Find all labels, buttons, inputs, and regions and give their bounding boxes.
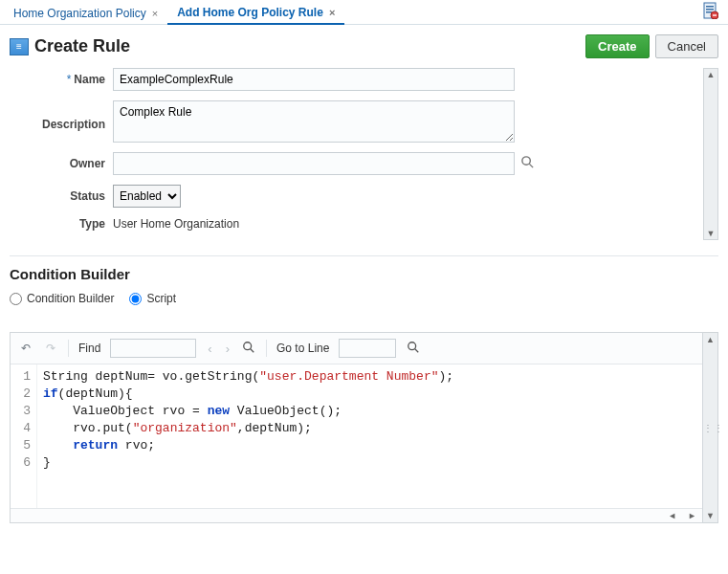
find-input[interactable] — [110, 339, 196, 358]
line-gutter: 123456 — [11, 364, 37, 508]
svg-line-7 — [529, 164, 533, 167]
goto-input[interactable] — [339, 339, 396, 358]
status-select[interactable]: Enabled — [113, 185, 181, 208]
tab-add-rule[interactable]: Add Home Org Policy Rule × — [167, 2, 344, 25]
form-scrollbar[interactable]: ▲▼ — [703, 68, 718, 240]
svg-line-9 — [251, 348, 254, 352]
script-editor: ↶ ↷ Find ‹ › Go to Line 123456 Strin — [10, 332, 703, 523]
owner-input[interactable] — [113, 152, 515, 175]
description-input[interactable]: Complex Rule — [113, 100, 515, 143]
document-icon[interactable] — [703, 2, 718, 19]
radio-input[interactable] — [129, 293, 142, 305]
editor-v-scrollbar[interactable]: ▲ ⋮⋮ ▼ — [703, 332, 718, 523]
svg-point-10 — [408, 342, 416, 349]
svg-rect-5 — [713, 14, 717, 15]
svg-point-6 — [522, 157, 530, 165]
svg-rect-2 — [706, 9, 714, 11]
editor-h-scrollbar[interactable]: ◄► — [11, 508, 702, 522]
search-icon[interactable] — [241, 341, 256, 357]
find-label: Find — [78, 342, 100, 355]
tab-home-org-policy[interactable]: Home Organization Policy × — [4, 3, 167, 24]
name-input[interactable] — [113, 68, 515, 91]
tab-label: Add Home Org Policy Rule — [177, 6, 323, 19]
find-next-icon[interactable]: › — [224, 342, 232, 356]
page-title: Create Rule — [34, 36, 130, 56]
create-button[interactable]: Create — [585, 34, 649, 58]
goto-label: Go to Line — [276, 342, 329, 355]
name-label: Name — [74, 73, 105, 86]
svg-rect-3 — [706, 11, 712, 13]
header: ≡ Create Rule Create Cancel — [10, 33, 718, 64]
find-prev-icon[interactable]: ‹ — [206, 342, 213, 356]
redo-icon[interactable]: ↷ — [43, 342, 58, 355]
code-content[interactable]: String deptNum= vo.getString("user.Depar… — [37, 364, 702, 508]
close-icon[interactable]: × — [152, 8, 158, 19]
type-label: Type — [79, 217, 105, 231]
search-icon[interactable] — [520, 155, 535, 172]
cancel-button[interactable]: Cancel — [655, 34, 718, 58]
svg-point-8 — [244, 342, 252, 349]
close-icon[interactable]: × — [329, 7, 335, 18]
condition-mode-radio-group: Condition Builder Script — [10, 292, 718, 305]
description-label: Description — [42, 118, 105, 131]
editor-toolbar: ↶ ↷ Find ‹ › Go to Line — [11, 333, 702, 364]
rule-icon: ≡ — [10, 38, 29, 55]
svg-line-11 — [415, 348, 419, 352]
radio-input[interactable] — [10, 293, 22, 305]
condition-section-title: Condition Builder — [10, 266, 718, 282]
undo-icon[interactable]: ↶ — [18, 342, 33, 355]
radio-script[interactable]: Script — [129, 292, 176, 305]
radio-condition-builder[interactable]: Condition Builder — [10, 292, 114, 305]
owner-label: Owner — [70, 157, 105, 170]
type-value: User Home Organization — [113, 217, 239, 231]
svg-rect-1 — [706, 6, 714, 8]
tab-label: Home Organization Policy — [13, 7, 146, 20]
tab-bar: Home Organization Policy × Add Home Org … — [0, 0, 728, 25]
drag-handle-icon[interactable]: ⋮⋮ — [703, 423, 718, 433]
status-label: Status — [70, 189, 105, 203]
search-icon[interactable] — [406, 341, 421, 357]
